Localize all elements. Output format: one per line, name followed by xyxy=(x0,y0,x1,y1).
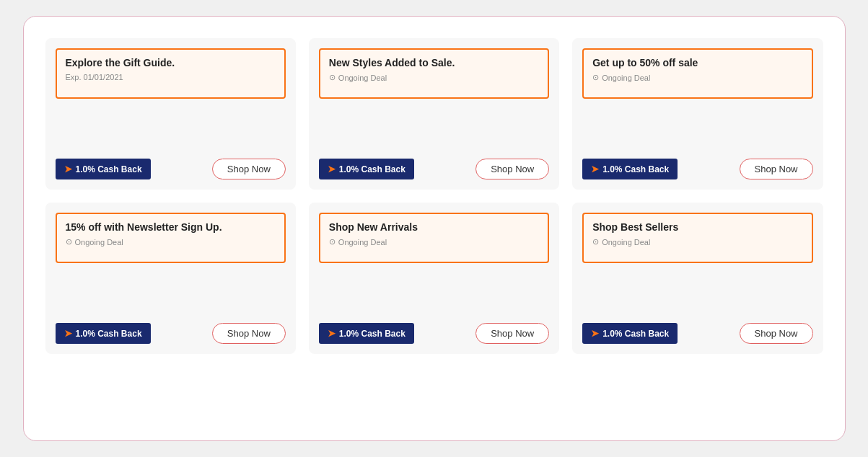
deal-expiry-5: ⊙ Ongoing Deal xyxy=(329,237,539,247)
card-top-4: 15% off with Newsletter Sign Up. ⊙ Ongoi… xyxy=(45,203,296,314)
expiry-text-3: Ongoing Deal xyxy=(602,74,650,82)
deal-card-1: Explore the Gift Guide. Exp. 01/01/2021 … xyxy=(45,38,296,190)
deal-box-2: New Styles Added to Sale. ⊙ Ongoing Deal xyxy=(319,48,549,99)
card-bottom-6: ➤ 1.0% Cash Back Shop Now xyxy=(572,314,823,354)
cash-back-label-2: 1.0% Cash Back xyxy=(339,164,405,174)
deal-card-6: Shop Best Sellers ⊙ Ongoing Deal ➤ 1.0% … xyxy=(572,203,823,354)
deal-expiry-1: Exp. 01/01/2021 xyxy=(66,73,276,81)
deal-box-6: Shop Best Sellers ⊙ Ongoing Deal xyxy=(582,213,812,263)
clock-icon: ⊙ xyxy=(66,237,72,247)
deal-expiry-6: ⊙ Ongoing Deal xyxy=(592,237,802,247)
deal-box-3: Get up to 50% off sale ⊙ Ongoing Deal xyxy=(582,48,812,99)
arrow-icon-1: ➤ xyxy=(64,164,72,174)
clock-icon: ⊙ xyxy=(329,237,336,247)
clock-icon: ⊙ xyxy=(329,73,336,82)
cash-back-label-1: 1.0% Cash Back xyxy=(76,164,142,174)
deals-grid: Explore the Gift Guide. Exp. 01/01/2021 … xyxy=(45,38,823,354)
deal-card-5: Shop New Arrivals ⊙ Ongoing Deal ➤ 1.0% … xyxy=(309,203,559,354)
deal-expiry-4: ⊙ Ongoing Deal xyxy=(66,237,276,247)
deal-box-4: 15% off with Newsletter Sign Up. ⊙ Ongoi… xyxy=(56,213,286,263)
expiry-text-6: Ongoing Deal xyxy=(602,238,650,247)
expiry-text-2: Ongoing Deal xyxy=(338,74,387,82)
clock-icon: ⊙ xyxy=(592,237,599,247)
card-bottom-3: ➤ 1.0% Cash Back Shop Now xyxy=(572,150,823,190)
main-container: Explore the Gift Guide. Exp. 01/01/2021 … xyxy=(23,16,846,441)
expiry-text-5: Ongoing Deal xyxy=(338,238,387,247)
cash-back-badge-1: ➤ 1.0% Cash Back xyxy=(56,159,151,179)
deal-box-5: Shop New Arrivals ⊙ Ongoing Deal xyxy=(319,213,549,263)
card-top-5: Shop New Arrivals ⊙ Ongoing Deal xyxy=(309,203,559,314)
cash-back-badge-5: ➤ 1.0% Cash Back xyxy=(319,323,414,344)
cash-back-label-6: 1.0% Cash Back xyxy=(602,329,669,339)
deal-title-6: Shop Best Sellers xyxy=(592,221,802,233)
card-bottom-5: ➤ 1.0% Cash Back Shop Now xyxy=(309,314,559,354)
arrow-icon-4: ➤ xyxy=(64,328,72,339)
deal-title-4: 15% off with Newsletter Sign Up. xyxy=(66,221,276,233)
card-top-1: Explore the Gift Guide. Exp. 01/01/2021 xyxy=(45,38,296,150)
cash-back-label-4: 1.0% Cash Back xyxy=(76,329,142,339)
shop-now-button-1[interactable]: Shop Now xyxy=(212,159,286,179)
card-top-3: Get up to 50% off sale ⊙ Ongoing Deal xyxy=(572,38,823,150)
card-bottom-2: ➤ 1.0% Cash Back Shop Now xyxy=(309,150,559,190)
cash-back-badge-3: ➤ 1.0% Cash Back xyxy=(582,159,678,179)
deal-card-4: 15% off with Newsletter Sign Up. ⊙ Ongoi… xyxy=(45,203,296,354)
shop-now-button-6[interactable]: Shop Now xyxy=(740,323,813,344)
shop-now-button-5[interactable]: Shop Now xyxy=(475,323,549,344)
cash-back-label-5: 1.0% Cash Back xyxy=(339,329,405,339)
shop-now-button-2[interactable]: Shop Now xyxy=(475,159,549,179)
clock-icon: ⊙ xyxy=(592,73,599,82)
deal-expiry-2: ⊙ Ongoing Deal xyxy=(329,73,539,82)
arrow-icon-5: ➤ xyxy=(328,328,336,339)
arrow-icon-6: ➤ xyxy=(591,328,599,339)
cash-back-badge-2: ➤ 1.0% Cash Back xyxy=(319,159,414,179)
card-top-6: Shop Best Sellers ⊙ Ongoing Deal xyxy=(572,203,823,314)
deal-title-1: Explore the Gift Guide. xyxy=(66,57,276,68)
deal-card-2: New Styles Added to Sale. ⊙ Ongoing Deal… xyxy=(309,38,559,190)
card-top-2: New Styles Added to Sale. ⊙ Ongoing Deal xyxy=(309,38,559,150)
card-bottom-4: ➤ 1.0% Cash Back Shop Now xyxy=(45,314,296,354)
shop-now-button-4[interactable]: Shop Now xyxy=(212,323,286,344)
cash-back-badge-4: ➤ 1.0% Cash Back xyxy=(56,323,151,344)
deal-expiry-3: ⊙ Ongoing Deal xyxy=(592,73,802,82)
card-bottom-1: ➤ 1.0% Cash Back Shop Now xyxy=(45,150,296,190)
deal-card-3: Get up to 50% off sale ⊙ Ongoing Deal ➤ … xyxy=(572,38,823,190)
expiry-text-1: Exp. 01/01/2021 xyxy=(66,73,123,81)
deal-title-2: New Styles Added to Sale. xyxy=(329,57,539,68)
deal-box-1: Explore the Gift Guide. Exp. 01/01/2021 xyxy=(56,48,286,99)
deal-title-5: Shop New Arrivals xyxy=(329,221,539,233)
arrow-icon-2: ➤ xyxy=(328,164,336,174)
arrow-icon-3: ➤ xyxy=(591,164,599,174)
cash-back-badge-6: ➤ 1.0% Cash Back xyxy=(582,323,678,344)
cash-back-label-3: 1.0% Cash Back xyxy=(602,164,669,174)
shop-now-button-3[interactable]: Shop Now xyxy=(740,159,813,179)
deal-title-3: Get up to 50% off sale xyxy=(592,57,802,68)
expiry-text-4: Ongoing Deal xyxy=(75,238,123,247)
